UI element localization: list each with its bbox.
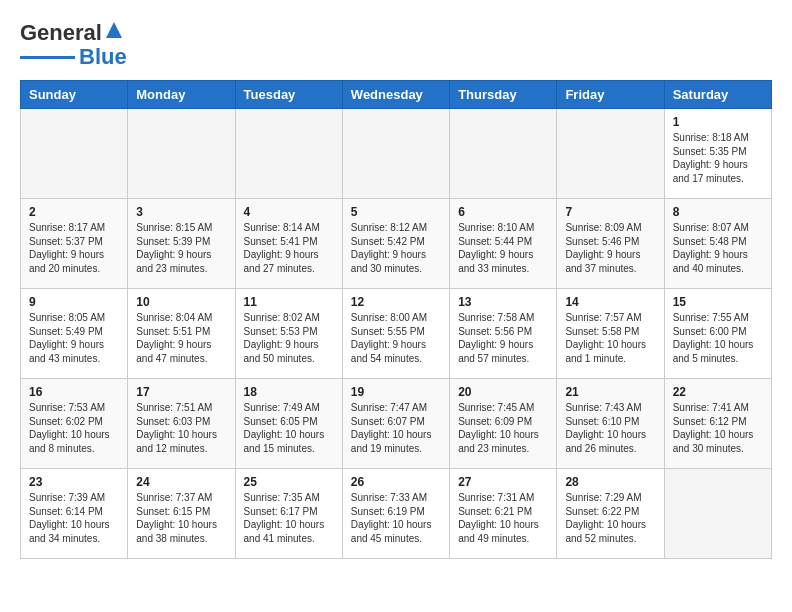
calendar-week-row: 16Sunrise: 7:53 AM Sunset: 6:02 PM Dayli… [21,379,772,469]
day-info: Sunrise: 7:43 AM Sunset: 6:10 PM Dayligh… [565,401,655,455]
calendar-cell: 14Sunrise: 7:57 AM Sunset: 5:58 PM Dayli… [557,289,664,379]
day-number: 1 [673,115,763,129]
calendar-cell: 1Sunrise: 8:18 AM Sunset: 5:35 PM Daylig… [664,109,771,199]
calendar-cell: 18Sunrise: 7:49 AM Sunset: 6:05 PM Dayli… [235,379,342,469]
calendar-cell: 25Sunrise: 7:35 AM Sunset: 6:17 PM Dayli… [235,469,342,559]
day-info: Sunrise: 8:04 AM Sunset: 5:51 PM Dayligh… [136,311,226,365]
calendar-cell: 11Sunrise: 8:02 AM Sunset: 5:53 PM Dayli… [235,289,342,379]
calendar-cell: 22Sunrise: 7:41 AM Sunset: 6:12 PM Dayli… [664,379,771,469]
calendar-cell: 13Sunrise: 7:58 AM Sunset: 5:56 PM Dayli… [450,289,557,379]
calendar-cell [664,469,771,559]
day-number: 19 [351,385,441,399]
calendar-cell [128,109,235,199]
weekday-header-saturday: Saturday [664,81,771,109]
day-number: 8 [673,205,763,219]
day-number: 22 [673,385,763,399]
calendar-cell: 26Sunrise: 7:33 AM Sunset: 6:19 PM Dayli… [342,469,449,559]
day-info: Sunrise: 8:15 AM Sunset: 5:39 PM Dayligh… [136,221,226,275]
calendar-week-row: 9Sunrise: 8:05 AM Sunset: 5:49 PM Daylig… [21,289,772,379]
calendar-cell [557,109,664,199]
day-info: Sunrise: 8:05 AM Sunset: 5:49 PM Dayligh… [29,311,119,365]
day-number: 13 [458,295,548,309]
day-number: 28 [565,475,655,489]
day-number: 2 [29,205,119,219]
weekday-header-monday: Monday [128,81,235,109]
day-info: Sunrise: 7:33 AM Sunset: 6:19 PM Dayligh… [351,491,441,545]
weekday-header-row: SundayMondayTuesdayWednesdayThursdayFrid… [21,81,772,109]
calendar-cell: 3Sunrise: 8:15 AM Sunset: 5:39 PM Daylig… [128,199,235,289]
day-number: 4 [244,205,334,219]
weekday-header-thursday: Thursday [450,81,557,109]
day-info: Sunrise: 7:47 AM Sunset: 6:07 PM Dayligh… [351,401,441,455]
day-number: 16 [29,385,119,399]
day-info: Sunrise: 7:29 AM Sunset: 6:22 PM Dayligh… [565,491,655,545]
day-number: 26 [351,475,441,489]
day-info: Sunrise: 7:58 AM Sunset: 5:56 PM Dayligh… [458,311,548,365]
day-number: 12 [351,295,441,309]
day-number: 6 [458,205,548,219]
day-info: Sunrise: 7:55 AM Sunset: 6:00 PM Dayligh… [673,311,763,365]
day-number: 10 [136,295,226,309]
calendar-cell: 28Sunrise: 7:29 AM Sunset: 6:22 PM Dayli… [557,469,664,559]
calendar-cell: 23Sunrise: 7:39 AM Sunset: 6:14 PM Dayli… [21,469,128,559]
day-number: 5 [351,205,441,219]
calendar-cell: 5Sunrise: 8:12 AM Sunset: 5:42 PM Daylig… [342,199,449,289]
day-number: 20 [458,385,548,399]
calendar-cell [21,109,128,199]
weekday-header-tuesday: Tuesday [235,81,342,109]
calendar-cell: 24Sunrise: 7:37 AM Sunset: 6:15 PM Dayli… [128,469,235,559]
weekday-header-friday: Friday [557,81,664,109]
calendar-week-row: 1Sunrise: 8:18 AM Sunset: 5:35 PM Daylig… [21,109,772,199]
day-info: Sunrise: 8:02 AM Sunset: 5:53 PM Dayligh… [244,311,334,365]
calendar-cell: 20Sunrise: 7:45 AM Sunset: 6:09 PM Dayli… [450,379,557,469]
day-info: Sunrise: 8:07 AM Sunset: 5:48 PM Dayligh… [673,221,763,275]
calendar-cell: 15Sunrise: 7:55 AM Sunset: 6:00 PM Dayli… [664,289,771,379]
day-info: Sunrise: 7:51 AM Sunset: 6:03 PM Dayligh… [136,401,226,455]
day-number: 9 [29,295,119,309]
day-number: 21 [565,385,655,399]
calendar-cell: 9Sunrise: 8:05 AM Sunset: 5:49 PM Daylig… [21,289,128,379]
calendar-cell: 6Sunrise: 8:10 AM Sunset: 5:44 PM Daylig… [450,199,557,289]
calendar-cell: 12Sunrise: 8:00 AM Sunset: 5:55 PM Dayli… [342,289,449,379]
day-number: 24 [136,475,226,489]
day-number: 18 [244,385,334,399]
calendar-cell: 19Sunrise: 7:47 AM Sunset: 6:07 PM Dayli… [342,379,449,469]
calendar-cell: 16Sunrise: 7:53 AM Sunset: 6:02 PM Dayli… [21,379,128,469]
day-info: Sunrise: 7:49 AM Sunset: 6:05 PM Dayligh… [244,401,334,455]
calendar-cell: 2Sunrise: 8:17 AM Sunset: 5:37 PM Daylig… [21,199,128,289]
calendar-week-row: 2Sunrise: 8:17 AM Sunset: 5:37 PM Daylig… [21,199,772,289]
calendar-cell: 8Sunrise: 8:07 AM Sunset: 5:48 PM Daylig… [664,199,771,289]
logo-general: General [20,20,102,46]
day-info: Sunrise: 8:09 AM Sunset: 5:46 PM Dayligh… [565,221,655,275]
day-info: Sunrise: 8:14 AM Sunset: 5:41 PM Dayligh… [244,221,334,275]
day-info: Sunrise: 7:31 AM Sunset: 6:21 PM Dayligh… [458,491,548,545]
day-info: Sunrise: 7:45 AM Sunset: 6:09 PM Dayligh… [458,401,548,455]
calendar-cell: 7Sunrise: 8:09 AM Sunset: 5:46 PM Daylig… [557,199,664,289]
calendar-cell: 10Sunrise: 8:04 AM Sunset: 5:51 PM Dayli… [128,289,235,379]
calendar-cell: 17Sunrise: 7:51 AM Sunset: 6:03 PM Dayli… [128,379,235,469]
day-info: Sunrise: 8:17 AM Sunset: 5:37 PM Dayligh… [29,221,119,275]
day-number: 27 [458,475,548,489]
day-number: 17 [136,385,226,399]
calendar-cell [342,109,449,199]
day-number: 11 [244,295,334,309]
calendar-cell: 4Sunrise: 8:14 AM Sunset: 5:41 PM Daylig… [235,199,342,289]
page-header: General Blue [20,20,772,70]
calendar-cell [235,109,342,199]
logo-line-icon [20,56,75,59]
logo-blue: Blue [79,44,127,70]
day-info: Sunrise: 8:10 AM Sunset: 5:44 PM Dayligh… [458,221,548,275]
day-info: Sunrise: 7:37 AM Sunset: 6:15 PM Dayligh… [136,491,226,545]
weekday-header-wednesday: Wednesday [342,81,449,109]
day-number: 7 [565,205,655,219]
day-number: 3 [136,205,226,219]
day-number: 23 [29,475,119,489]
logo-triangle-icon [106,22,122,38]
day-info: Sunrise: 8:12 AM Sunset: 5:42 PM Dayligh… [351,221,441,275]
day-number: 25 [244,475,334,489]
day-info: Sunrise: 8:00 AM Sunset: 5:55 PM Dayligh… [351,311,441,365]
calendar-cell: 21Sunrise: 7:43 AM Sunset: 6:10 PM Dayli… [557,379,664,469]
day-info: Sunrise: 7:57 AM Sunset: 5:58 PM Dayligh… [565,311,655,365]
calendar-week-row: 23Sunrise: 7:39 AM Sunset: 6:14 PM Dayli… [21,469,772,559]
day-info: Sunrise: 7:53 AM Sunset: 6:02 PM Dayligh… [29,401,119,455]
